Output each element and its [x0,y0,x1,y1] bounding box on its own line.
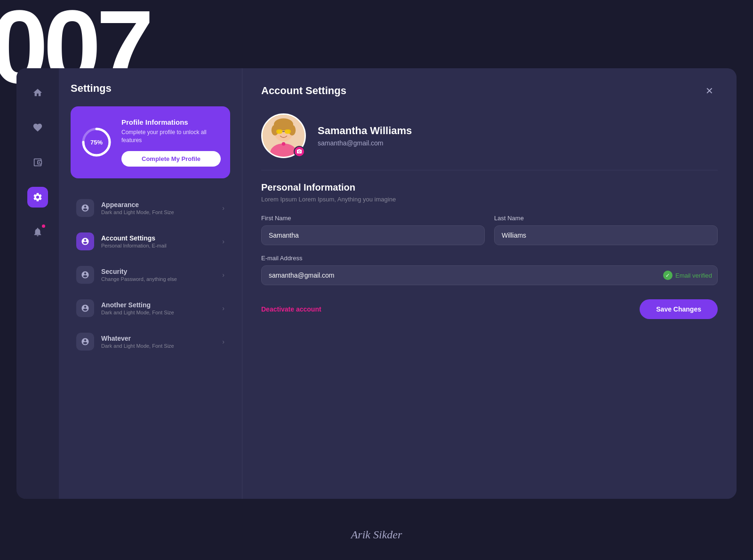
last-name-label: Last Name [494,215,718,222]
whatever-item-text: Whatever Dark and Light Mode, Font Size [101,335,215,349]
user-name: Samantha Williams [318,125,412,137]
security-name: Security [101,268,215,275]
form-actions: Deactivate account Save Changes [261,299,718,319]
settings-list: Appearance Dark and Light Mode, Font Siz… [71,192,230,357]
account-panel: Account Settings ✕ [242,68,737,499]
personal-info-title: Personal Information [261,182,718,193]
close-button[interactable]: ✕ [701,82,718,99]
account-item-text: Account Settings Personal Information, E… [101,234,215,248]
security-sub: Change Password, anything else [101,276,215,282]
user-email: samantha@gmail.com [318,139,412,147]
settings-item-another[interactable]: Another Setting Dark and Light Mode, Fon… [71,293,230,324]
profile-card-description: Complete your profile to unlock all feat… [121,128,221,144]
appearance-chevron-icon: › [222,204,224,212]
deactivate-account-button[interactable]: Deactivate account [261,305,321,313]
settings-title: Settings [71,82,230,95]
personal-info-desc: Lorem Ipsum Lorem Ipsum, Anything you im… [261,196,718,203]
progress-percent: 75% [90,139,103,146]
appearance-item-text: Appearance Dark and Light Mode, Font Siz… [101,201,215,215]
account-chevron-icon: › [222,238,224,245]
email-input-container: ✓ Email verified [261,265,718,285]
settings-item-security[interactable]: Security Change Password, anything else … [71,259,230,290]
whatever-chevron-icon: › [222,338,224,345]
settings-item-appearance[interactable]: Appearance Dark and Light Mode, Font Siz… [71,192,230,224]
svg-rect-10 [285,129,291,134]
profile-card: 75% Profile Informations Complete your p… [71,106,230,178]
svg-rect-9 [276,129,282,134]
account-name: Account Settings [101,234,215,242]
save-changes-button[interactable]: Save Changes [640,299,718,319]
sidebar-item-notifications[interactable] [27,222,48,242]
svg-point-0 [39,162,40,163]
another-chevron-icon: › [222,304,224,312]
appearance-icon [76,199,94,217]
complete-profile-button[interactable]: Complete My Profile [121,151,221,167]
footer-text: Arik Sikder [351,528,402,541]
account-header: Account Settings ✕ [261,82,718,99]
verified-check-icon: ✓ [663,271,673,280]
sidebar-item-home[interactable] [27,82,48,103]
last-name-group: Last Name [494,215,718,245]
security-chevron-icon: › [222,271,224,279]
another-name: Another Setting [101,301,215,309]
last-name-input[interactable] [494,225,718,245]
svg-point-12 [282,142,285,145]
account-panel-title: Account Settings [261,85,346,97]
appearance-sub: Dark and Light Mode, Font Size [101,209,215,215]
first-name-input[interactable] [261,225,485,245]
account-sub: Personal Information, E-mail [101,243,215,248]
profile-card-info: Profile Informations Complete your profi… [121,118,221,167]
account-icon [76,232,94,250]
email-group: E-mail Address ✓ Email verified [261,255,718,285]
personal-info-section: Personal Information Lorem Ipsum Lorem I… [261,182,718,319]
security-icon [76,266,94,284]
progress-circle: 75% [80,126,113,159]
user-profile-section: Samantha Williams samantha@gmail.com [261,113,718,170]
email-label: E-mail Address [261,255,718,262]
sidebar-item-favorites[interactable] [27,117,48,138]
security-item-text: Security Change Password, anything else [101,268,215,282]
settings-item-whatever[interactable]: Whatever Dark and Light Mode, Font Size … [71,326,230,357]
avatar-container [261,113,306,158]
another-item-text: Another Setting Dark and Light Mode, Fon… [101,301,215,315]
settings-panel: Settings 75% Profile Informations Comple… [59,68,242,499]
main-container: Settings 75% Profile Informations Comple… [16,68,737,499]
whatever-icon [76,333,94,351]
whatever-sub: Dark and Light Mode, Font Size [101,343,215,349]
first-name-group: First Name [261,215,485,245]
footer-credit: Arik Sikder [351,528,402,541]
whatever-name: Whatever [101,335,215,342]
settings-item-account[interactable]: Account Settings Personal Information, E… [71,226,230,257]
email-input[interactable] [261,265,718,285]
name-form-row: First Name Last Name [261,215,718,245]
sidebar-item-settings[interactable] [27,187,48,208]
camera-icon[interactable] [294,146,305,157]
appearance-name: Appearance [101,201,215,208]
sidebar [16,68,59,499]
another-setting-icon [76,299,94,317]
user-info: Samantha Williams samantha@gmail.com [318,125,412,147]
profile-card-title: Profile Informations [121,118,221,126]
sidebar-item-wallet[interactable] [27,152,48,173]
email-verified-text: Email verified [675,272,712,279]
another-sub: Dark and Light Mode, Font Size [101,310,215,315]
first-name-label: First Name [261,215,485,222]
email-verified-badge: ✓ Email verified [663,271,712,280]
